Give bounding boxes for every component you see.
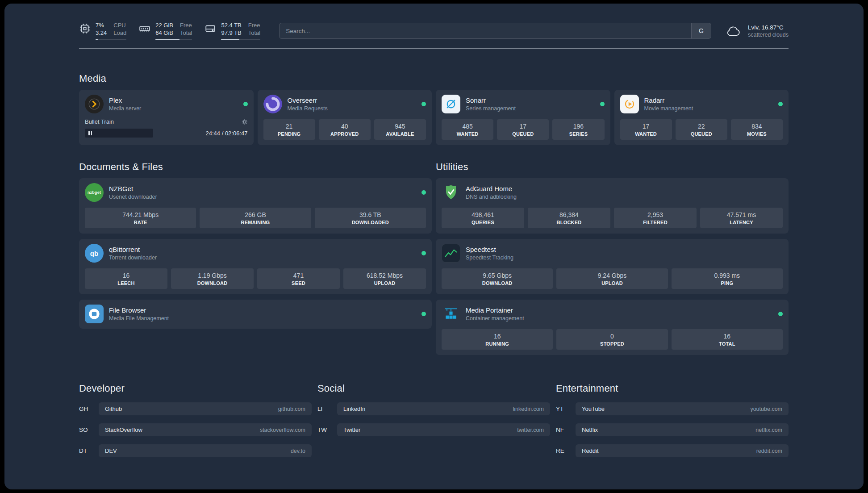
stat-value: 86,384 xyxy=(530,211,609,218)
card-qbittorrent[interactable]: qb qBittorrent Torrent downloader 16 LEE… xyxy=(79,239,432,294)
stat-value: 498,461 xyxy=(443,211,522,218)
memory-widget: 22 GiB 64 GiB Free Total xyxy=(139,21,192,40)
section-title-entertainment: Entertainment xyxy=(556,383,789,394)
dashboard: 7% 3.24 CPU Load xyxy=(4,4,864,489)
status-dot xyxy=(421,102,426,106)
stat-ping: 0.993 ms PING xyxy=(672,268,783,289)
qbittorrent-icon: qb xyxy=(85,244,104,263)
card-plex[interactable]: Plex Media server Bullet Train xyxy=(79,90,254,145)
stat-value: 1.19 Gbps xyxy=(173,272,252,279)
card-adguard[interactable]: AdGuard Home DNS and adblocking 498,461 … xyxy=(436,178,789,234)
status-dot xyxy=(778,102,783,106)
app-subtitle: Media Requests xyxy=(288,105,328,112)
card-portainer[interactable]: Media Portainer Container management 16 … xyxy=(436,300,789,355)
stat-wanted: 17 WANTED xyxy=(620,119,672,140)
bookmark-link-github[interactable]: Github github.com xyxy=(99,402,312,415)
bookmark-abbr: LI xyxy=(317,405,337,412)
card-overseerr[interactable]: Overseerr Media Requests 21 PENDING 40 A… xyxy=(258,90,432,145)
bookmark-domain: youtube.com xyxy=(750,406,782,412)
stat-label: MOVIES xyxy=(733,131,781,137)
playback-bar[interactable] xyxy=(85,129,153,138)
stat-label: DOWNLOAD xyxy=(173,280,252,286)
bookmark-link-youtube[interactable]: YouTube youtube.com xyxy=(576,402,789,415)
cpu-widget: 7% 3.24 CPU Load xyxy=(79,21,126,40)
bookmark-domain: dev.to xyxy=(291,448,305,454)
app-name: Speedtest xyxy=(466,246,513,253)
bookmark-reddit: RE Reddit reddit.com xyxy=(556,444,789,457)
disk-label-top: Free xyxy=(248,21,260,29)
stat-value: 618.52 Mbps xyxy=(345,272,424,279)
stat-value: 17 xyxy=(499,123,547,130)
stat-label: WANTED xyxy=(622,131,670,137)
stat-label: TOTAL xyxy=(673,341,781,347)
search-provider-button[interactable]: G xyxy=(691,23,711,38)
stat-filtered: 2,953 FILTERED xyxy=(614,208,697,228)
app-subtitle: DNS and adblocking xyxy=(466,194,517,200)
stat-rate: 744.21 Mbps RATE xyxy=(85,208,196,228)
stat-value: 16 xyxy=(87,272,166,279)
app-name: AdGuard Home xyxy=(466,185,517,192)
card-nzbget[interactable]: nzbget NZBGet Usenet downloader 744.21 M… xyxy=(79,178,432,234)
bookmark-dev: DT DEV dev.to xyxy=(79,444,312,457)
weather-widget: Lviv, 16.87°C scattered clouds xyxy=(725,24,789,38)
disk-readout: 52.4 TB 97.9 TB Free Total xyxy=(221,21,260,40)
stat-queued: 17 QUEUED xyxy=(497,119,549,140)
cpu-load-value: 3.24 xyxy=(96,29,107,37)
cpu-label-bottom: Load xyxy=(113,29,126,37)
bookmark-name: StackOverflow xyxy=(105,426,142,433)
disk-total-value: 97.9 TB xyxy=(221,29,241,37)
status-dot xyxy=(421,190,426,195)
stat-value: 196 xyxy=(554,123,602,130)
stat-running: 16 RUNNING xyxy=(442,329,553,350)
portainer-icon xyxy=(442,305,460,323)
stat-label: QUEUED xyxy=(499,131,547,137)
section-title-media: Media xyxy=(79,73,789,84)
bookmark-abbr: DT xyxy=(79,447,99,454)
status-dot xyxy=(778,312,783,316)
bookmark-link-reddit[interactable]: Reddit reddit.com xyxy=(576,444,789,457)
card-radarr[interactable]: Radarr Movie management 17 WANTED 22 QUE… xyxy=(614,90,789,145)
bookmark-stackoverflow: SO StackOverflow stackoverflow.com xyxy=(79,423,312,436)
status-dot xyxy=(421,312,426,316)
bookmark-link-twitter[interactable]: Twitter twitter.com xyxy=(337,423,550,436)
stat-queued: 22 QUEUED xyxy=(676,119,727,140)
bookmark-name: Reddit xyxy=(582,447,599,454)
card-speedtest[interactable]: Speedtest Speedtest Tracking 9.65 Gbps D… xyxy=(436,239,789,294)
gear-icon[interactable] xyxy=(242,119,248,125)
stat-blocked: 86,384 BLOCKED xyxy=(528,208,610,228)
bookmark-twitter: TW Twitter twitter.com xyxy=(317,423,550,436)
search-input[interactable] xyxy=(280,23,691,38)
disk-free-value: 52.4 TB xyxy=(221,21,241,29)
pause-icon[interactable] xyxy=(88,129,93,137)
stat-value: 485 xyxy=(443,123,492,130)
sonarr-icon xyxy=(442,95,460,113)
bookmark-domain: stackoverflow.com xyxy=(260,427,305,433)
cpu-usage-bar xyxy=(96,39,126,40)
stat-label: LATENCY xyxy=(702,220,781,225)
top-bar: 7% 3.24 CPU Load xyxy=(79,21,789,40)
stat-label: PENDING xyxy=(265,131,313,137)
bookmark-group-social: Social LI LinkedIn linkedin.com TW Twitt… xyxy=(317,383,550,457)
stat-value: 39.6 TB xyxy=(317,211,424,218)
bookmark-link-dev[interactable]: DEV dev.to xyxy=(99,444,312,457)
bookmark-domain: linkedin.com xyxy=(513,406,544,412)
stat-label: AVAILABLE xyxy=(376,131,424,137)
bookmark-link-stackoverflow[interactable]: StackOverflow stackoverflow.com xyxy=(99,423,312,436)
stat-label: FILTERED xyxy=(616,220,695,225)
card-filebrowser[interactable]: File Browser Media File Management xyxy=(79,300,432,329)
bookmark-abbr: TW xyxy=(317,426,337,433)
card-sonarr[interactable]: Sonarr Series management 485 WANTED 17 Q… xyxy=(436,90,610,145)
stat-seed: 471 SEED xyxy=(257,268,340,289)
stat-leech: 16 LEECH xyxy=(85,268,167,289)
stat-latency: 47.571 ms LATENCY xyxy=(700,208,783,228)
app-subtitle: Series management xyxy=(466,105,516,112)
bookmark-github: GH Github github.com xyxy=(79,402,312,415)
stat-label: BLOCKED xyxy=(530,220,609,225)
bookmark-link-netflix[interactable]: Netflix netflix.com xyxy=(576,423,789,436)
stat-label: DOWNLOAD xyxy=(443,280,551,286)
stat-pending: 21 PENDING xyxy=(263,119,315,140)
stat-value: 0.993 ms xyxy=(673,272,781,279)
bookmark-link-linkedin[interactable]: LinkedIn linkedin.com xyxy=(337,402,550,415)
status-dot xyxy=(600,102,605,106)
section-title-social: Social xyxy=(317,383,550,394)
